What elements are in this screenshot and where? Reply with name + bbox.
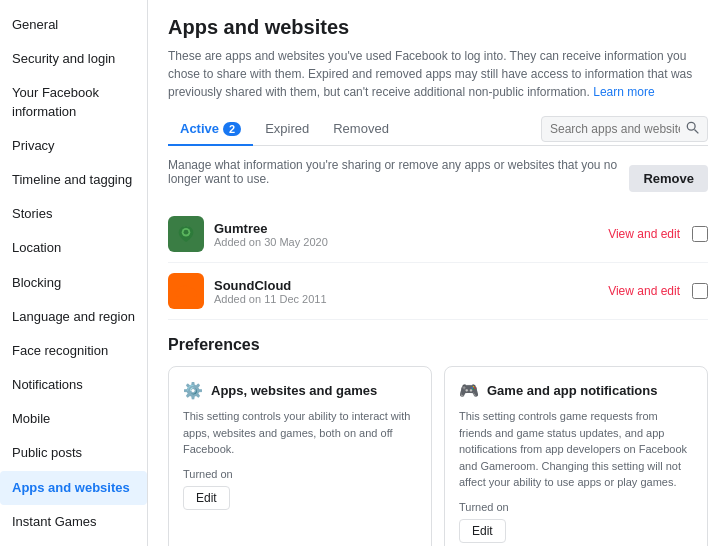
sidebar-item-business[interactable]: Business integrations: [0, 539, 147, 546]
gumtree-icon: [168, 216, 204, 252]
svg-point-0: [687, 122, 695, 130]
remove-button[interactable]: Remove: [629, 165, 708, 192]
game-notif-edit-btn[interactable]: Edit: [459, 519, 506, 543]
apps-games-edit-btn[interactable]: Edit: [183, 486, 230, 510]
search-icon: [686, 121, 699, 137]
soundcloud-date: Added on 11 Dec 2011: [214, 293, 608, 305]
search-input[interactable]: [550, 122, 680, 136]
game-notif-status: Turned on: [459, 501, 693, 513]
game-notif-desc: This setting controls game requests from…: [459, 408, 693, 491]
sidebar-item-face[interactable]: Face recognition: [0, 334, 147, 368]
sidebar-item-language[interactable]: Language and region: [0, 300, 147, 334]
gumtree-name: Gumtree: [214, 221, 608, 236]
tab-removed[interactable]: Removed: [321, 113, 401, 146]
tab-active[interactable]: Active 2: [168, 113, 253, 146]
learn-more-link[interactable]: Learn more: [593, 85, 654, 99]
description: These are apps and websites you've used …: [168, 47, 708, 101]
apps-games-status: Turned on: [183, 468, 417, 480]
soundcloud-icon: [168, 273, 204, 309]
gumtree-info: Gumtree Added on 30 May 2020: [214, 221, 608, 248]
pref-card-apps-websites-games: ⚙️ Apps, websites and games This setting…: [168, 366, 432, 546]
soundcloud-name: SoundCloud: [214, 278, 608, 293]
sidebar-item-general[interactable]: General: [0, 8, 147, 42]
sidebar-item-stories[interactable]: Stories: [0, 197, 147, 231]
sidebar-item-location[interactable]: Location: [0, 231, 147, 265]
page-title: Apps and websites: [168, 16, 708, 39]
apps-games-title: Apps, websites and games: [211, 383, 377, 398]
game-notif-icon: 🎮: [459, 381, 479, 400]
sidebar-item-instant-games[interactable]: Instant Games: [0, 505, 147, 539]
svg-point-4: [184, 230, 189, 235]
search-box[interactable]: [541, 116, 708, 142]
apps-games-icon: ⚙️: [183, 381, 203, 400]
tab-expired[interactable]: Expired: [253, 113, 321, 146]
svg-line-1: [694, 129, 698, 133]
prefs-title: Preferences: [168, 336, 708, 354]
main-content: Apps and websites These are apps and web…: [148, 0, 728, 546]
gumtree-checkbox[interactable]: [692, 226, 708, 242]
manage-text: Manage what information you're sharing o…: [168, 158, 629, 186]
pref-card-game-notifications: 🎮 Game and app notifications This settin…: [444, 366, 708, 546]
prefs-grid: ⚙️ Apps, websites and games This setting…: [168, 366, 708, 546]
app-item-soundcloud: SoundCloud Added on 11 Dec 2011 View and…: [168, 263, 708, 320]
sidebar-item-privacy[interactable]: Privacy: [0, 129, 147, 163]
sidebar-item-security[interactable]: Security and login: [0, 42, 147, 76]
gumtree-view-edit[interactable]: View and edit: [608, 227, 680, 241]
soundcloud-checkbox[interactable]: [692, 283, 708, 299]
active-badge: 2: [223, 122, 241, 136]
game-notif-title: Game and app notifications: [487, 383, 657, 398]
soundcloud-info: SoundCloud Added on 11 Dec 2011: [214, 278, 608, 305]
sidebar-item-facebook-info[interactable]: Your Facebook information: [0, 76, 147, 128]
app-item-gumtree: Gumtree Added on 30 May 2020 View and ed…: [168, 206, 708, 263]
sidebar-item-public-posts[interactable]: Public posts: [0, 436, 147, 470]
sidebar-item-apps-websites[interactable]: Apps and websites: [0, 471, 147, 505]
sidebar: General Security and login Your Facebook…: [0, 0, 148, 546]
sidebar-item-mobile[interactable]: Mobile: [0, 402, 147, 436]
gumtree-date: Added on 30 May 2020: [214, 236, 608, 248]
soundcloud-view-edit[interactable]: View and edit: [608, 284, 680, 298]
sidebar-item-blocking[interactable]: Blocking: [0, 266, 147, 300]
sidebar-item-timeline[interactable]: Timeline and tagging: [0, 163, 147, 197]
tabs-bar: Active 2 Expired Removed: [168, 113, 708, 146]
sidebar-item-notifications[interactable]: Notifications: [0, 368, 147, 402]
apps-list: Gumtree Added on 30 May 2020 View and ed…: [168, 206, 708, 320]
apps-games-desc: This setting controls your ability to in…: [183, 408, 417, 458]
